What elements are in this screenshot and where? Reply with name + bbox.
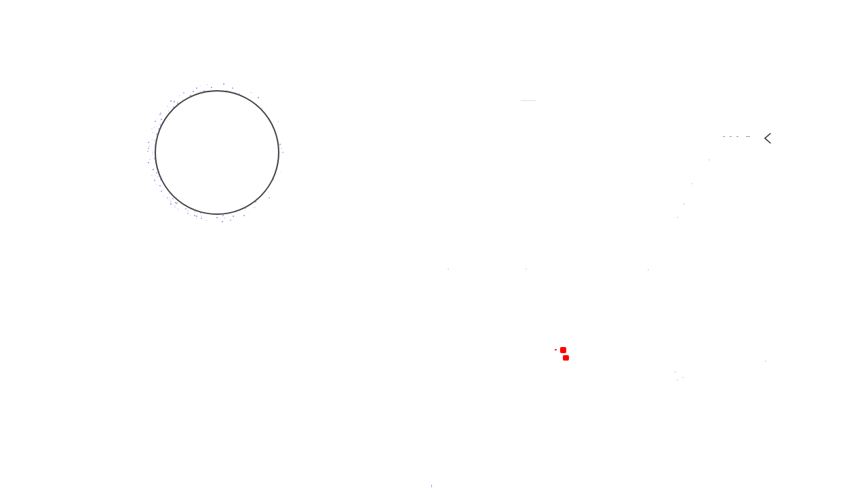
- halo-speckle: [161, 119, 162, 120]
- halo-speckle: [206, 220, 207, 221]
- red-blob: [560, 347, 566, 353]
- halo-speckle: [195, 211, 196, 212]
- halo-speckle: [178, 209, 178, 209]
- halo-speckle: [167, 106, 168, 107]
- halo-speckle: [237, 213, 238, 214]
- halo-speckle: [147, 150, 149, 152]
- halo-speckle: [170, 199, 171, 201]
- halo-speckle: [155, 175, 156, 176]
- halo-speckle: [151, 128, 153, 129]
- halo-speckle: [148, 142, 149, 143]
- halo-speckle: [187, 213, 189, 214]
- halo-speckle: [160, 121, 161, 121]
- halo-speckle: [176, 203, 178, 204]
- halo-speckle: [163, 196, 164, 197]
- halo-speckle: [245, 207, 246, 209]
- faint-dot: [675, 371, 676, 373]
- halo-speckle: [170, 201, 172, 203]
- halo-speckle: [174, 206, 176, 207]
- halo-speckle: [200, 212, 201, 214]
- halo-speckle: [269, 197, 270, 199]
- halo-speckle: [177, 102, 178, 104]
- halo-speckle: [193, 91, 194, 92]
- halo-speckle: [159, 185, 161, 186]
- halo-speckle: [151, 175, 153, 176]
- halo-speckle: [170, 100, 172, 102]
- halo-speckle: [278, 121, 279, 122]
- halo-speckle: [254, 207, 254, 208]
- halo-speckle: [196, 87, 197, 89]
- halo-speckle: [152, 150, 153, 150]
- halo-speckle: [160, 113, 161, 114]
- halo-speckle: [227, 214, 228, 215]
- halo-speckle: [148, 162, 149, 163]
- faint-dot: [526, 268, 527, 270]
- circle-outline: [155, 90, 279, 215]
- bottom-tick: [431, 485, 432, 487]
- halo-speckle: [159, 176, 160, 177]
- faint-dot: [709, 159, 710, 161]
- halo-speckle: [170, 203, 172, 205]
- halo-speckle: [153, 154, 153, 155]
- halo-speckle: [280, 172, 281, 173]
- halo-speckle: [281, 148, 282, 149]
- halo-speckle: [207, 84, 208, 85]
- caret-dash: [723, 136, 725, 137]
- drawing-canvas[interactable]: circle-outline: [0, 0, 868, 488]
- halo-speckle: [168, 110, 169, 111]
- halo-speckle: [194, 211, 195, 212]
- faint-dot: [684, 203, 685, 205]
- halo-speckle: [165, 116, 167, 117]
- halo-speckle: [161, 185, 162, 186]
- halo-speckle: [167, 197, 168, 199]
- halo-speckle: [200, 85, 201, 86]
- halo-speckle: [160, 179, 161, 180]
- red-blob: [555, 349, 557, 350]
- halo-speckle: [154, 158, 155, 159]
- halo-speckle: [224, 218, 225, 219]
- halo-speckle: [268, 192, 269, 192]
- halo-speckle: [185, 208, 186, 209]
- faint-line: [521, 100, 536, 101]
- caret-dash: [730, 136, 732, 137]
- halo-speckle: [223, 83, 224, 85]
- halo-speckle: [152, 152, 153, 152]
- halo-speckle: [233, 216, 234, 217]
- halo-speckle: [203, 90, 205, 92]
- halo-speckle: [148, 148, 149, 149]
- halo-speckle: [251, 92, 252, 93]
- halo-speckle: [161, 190, 162, 192]
- halo-speckle: [258, 97, 259, 98]
- caret-dash: [736, 136, 738, 137]
- halo-speckle: [212, 214, 213, 215]
- halo-speckle: [183, 92, 184, 94]
- halo-speckle: [181, 203, 182, 204]
- halo-speckle: [158, 128, 159, 129]
- halo-speckle: [149, 159, 151, 160]
- halo-speckle: [152, 170, 153, 171]
- halo-speckle: [155, 180, 155, 180]
- caret-icon: [761, 132, 773, 144]
- halo-speckle: [255, 201, 256, 203]
- halo-speckle: [169, 107, 170, 108]
- halo-speckle: [156, 126, 157, 127]
- halo-speckle: [279, 144, 281, 145]
- halo-speckle: [216, 217, 218, 218]
- halo-speckle: [153, 132, 153, 133]
- halo-speckle: [154, 127, 155, 128]
- halo-speckle: [255, 207, 256, 208]
- halo-speckle: [243, 215, 245, 216]
- halo-speckle: [196, 216, 197, 217]
- halo-speckle: [157, 176, 158, 178]
- halo-speckle: [222, 215, 224, 216]
- halo-speckle: [169, 193, 170, 194]
- halo-speckle: [156, 172, 157, 174]
- halo-speckle: [154, 151, 155, 152]
- faint-dot: [692, 183, 693, 184]
- halo-speckle: [151, 156, 151, 157]
- halo-speckle: [197, 218, 197, 219]
- halo-speckle: [149, 146, 150, 147]
- halo-speckle: [191, 209, 191, 209]
- faint-dot: [677, 217, 678, 218]
- halo-speckle: [154, 140, 155, 141]
